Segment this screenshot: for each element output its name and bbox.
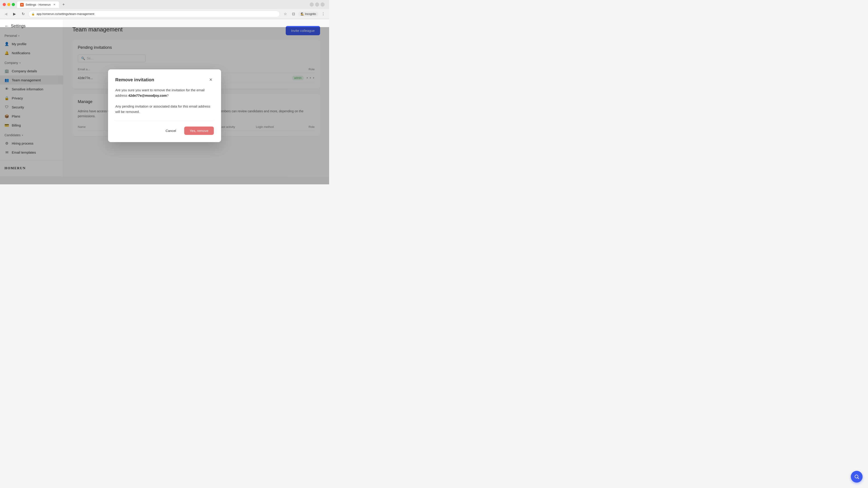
- modal-divider: [115, 121, 214, 121]
- tab-favicon: H: [20, 3, 24, 6]
- modal-header: Remove invitation ✕: [115, 76, 214, 83]
- tab-close-button[interactable]: ✕: [53, 3, 56, 6]
- window-controls: [3, 3, 15, 6]
- modal-overlay[interactable]: Remove invitation ✕ Are you sure you wan…: [0, 27, 329, 184]
- browser-tab[interactable]: H Settings · Homerun ✕: [17, 1, 59, 8]
- tab-title: Settings · Homerun: [26, 3, 51, 6]
- cancel-button[interactable]: Cancel: [160, 127, 182, 135]
- maximize-window-button[interactable]: [12, 3, 15, 6]
- url-bar[interactable]: 🔒 app.homerun.co/settings/team-managemen…: [29, 11, 280, 18]
- incognito-label: Incognito: [305, 12, 316, 15]
- win-minimize-btn[interactable]: [310, 2, 314, 6]
- new-tab-button[interactable]: +: [60, 1, 67, 8]
- remove-invitation-modal: Remove invitation ✕ Are you sure you wan…: [108, 69, 221, 142]
- win-restore-btn[interactable]: [315, 2, 319, 6]
- bookmark-button[interactable]: ☆: [282, 11, 288, 17]
- lock-icon: 🔒: [31, 12, 35, 15]
- split-view-button[interactable]: ⊡: [290, 11, 297, 17]
- incognito-badge: 🕵 Incognito: [298, 12, 318, 16]
- refresh-button[interactable]: ↻: [20, 11, 26, 17]
- minimize-window-button[interactable]: [7, 3, 10, 6]
- modal-body-text-2: ?: [167, 94, 168, 97]
- back-button[interactable]: ◀: [3, 11, 9, 17]
- yes-remove-button[interactable]: Yes, remove: [184, 127, 214, 135]
- modal-email: 42de77e@moodjoy.com: [128, 94, 167, 97]
- address-bar: ◀ ▶ ↻ 🔒 app.homerun.co/settings/team-man…: [0, 9, 329, 19]
- address-actions: ☆ ⊡ 🕵 Incognito ⋮: [282, 11, 327, 17]
- modal-actions: Cancel Yes, remove: [115, 127, 214, 135]
- url-text: app.homerun.co/settings/team-management: [37, 12, 94, 15]
- win-close-btn[interactable]: [320, 2, 324, 6]
- modal-close-button[interactable]: ✕: [208, 76, 214, 83]
- modal-body: Are you sure you want to remove the invi…: [115, 88, 214, 115]
- modal-body-text-3: Any pending invitation or associated dat…: [115, 104, 210, 113]
- forward-button[interactable]: ▶: [11, 11, 18, 17]
- incognito-icon: 🕵: [301, 12, 304, 15]
- modal-title: Remove invitation: [115, 77, 154, 83]
- title-bar: H Settings · Homerun ✕ +: [0, 0, 329, 9]
- menu-button[interactable]: ⋮: [320, 11, 327, 17]
- close-window-button[interactable]: [3, 3, 6, 6]
- browser-chrome: H Settings · Homerun ✕ + ◀ ▶ ↻ 🔒 app.hom…: [0, 0, 329, 19]
